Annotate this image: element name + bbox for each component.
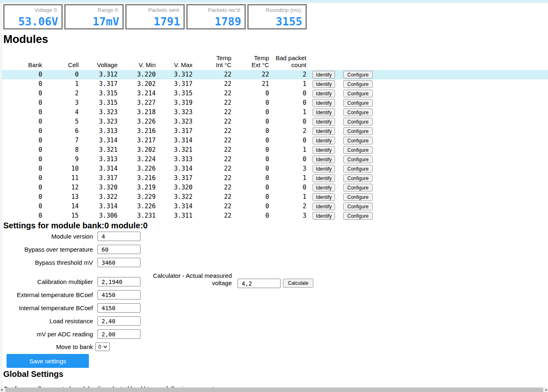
field-input[interactable] [97,245,140,254]
cell-number: 4 [42,108,79,117]
calculator-label: Calculator - Actual measured voltage [147,272,232,287]
column-header-configure [335,54,373,70]
table-row: 0 6 3.313 3.216 3.317 22 0 2 Identify Co… [2,126,548,136]
identify-button[interactable]: Identify [312,193,335,201]
cell-identify: Identify [306,79,335,89]
field-input[interactable] [97,316,140,326]
table-row: 0 10 3.314 3.226 3.314 22 0 3 Identify C… [2,164,548,173]
cell-filler [373,155,548,164]
identify-button[interactable]: Identify [312,137,335,144]
identify-button[interactable]: Identify [312,212,335,220]
cell-vmax: 3.323 [156,117,192,126]
cell-filler [373,164,548,173]
identify-button[interactable]: Identify [312,146,335,154]
identify-button[interactable]: Identify [312,184,335,191]
cell-configure: Configure [335,183,373,192]
table-row: 0 15 3.306 3.231 3.311 22 0 3 Identify C… [2,211,548,221]
cell-temp-ext: 0 [231,136,269,145]
identify-button[interactable]: Identify [312,174,335,182]
identify-button[interactable]: Identify [312,118,335,126]
configure-button[interactable]: Configure [343,127,373,135]
column-header-line2: Voltage [79,61,118,68]
cell-configure: Configure [335,136,373,145]
identify-button[interactable]: Identify [312,165,335,173]
table-row: 0 8 3.321 3.202 3.321 22 0 1 Identify Co… [2,145,548,155]
cell-number: 9 [42,155,79,164]
cell-vmin: 3.226 [118,117,156,126]
stat-box: Voltage 0: 53.06V [3,4,63,29]
configure-button[interactable]: Configure [343,174,373,182]
table-row: 0 2 3.315 3.214 3.315 22 0 0 Identify Co… [2,89,548,98]
cell-voltage: 3.323 [79,108,118,117]
scrollbar-right-arrow-icon[interactable] [543,387,548,392]
cell-temp-int: 22 [192,183,231,192]
cell-temp-ext: 0 [231,192,269,202]
cell-bank: 0 [2,145,42,155]
identify-button[interactable]: Identify [312,99,335,107]
column-header-line2: V. Min [118,61,156,68]
identify-button[interactable]: Identify [312,90,335,97]
cell-number: 14 [42,202,79,211]
identify-button[interactable]: Identify [312,203,335,210]
global-settings-title: Global Settings [3,369,548,379]
configure-button[interactable]: Configure [343,90,373,97]
cell-temp-int: 22 [192,98,231,108]
column-header-line2: Cell [42,61,79,68]
configure-button[interactable]: Configure [343,71,373,79]
configure-button[interactable]: Configure [343,165,373,173]
field-input[interactable] [97,303,140,313]
configure-button[interactable]: Configure [343,146,373,154]
configure-button[interactable]: Configure [343,137,373,144]
cell-temp-ext: 0 [231,173,269,183]
calculate-button[interactable]: Calculate [283,279,313,288]
column-header-line2: Bank [2,61,42,68]
cell-voltage: 3.315 [79,98,118,108]
configure-button[interactable]: Configure [343,118,373,126]
cell-identify: Identify [306,211,335,221]
cell-temp-ext: 0 [231,89,269,98]
calculator-voltage-input[interactable] [238,279,281,288]
configure-button[interactable]: Configure [343,193,373,201]
configure-button[interactable]: Configure [343,80,373,88]
field-input[interactable] [97,290,140,300]
field-input[interactable] [97,329,140,339]
cell-configure: Configure [335,98,373,108]
configure-button[interactable]: Configure [343,184,373,191]
cell-temp-ext: 0 [231,202,269,211]
column-header-line2: count [269,61,306,68]
cell-bad-packets: 2 [269,70,306,79]
move-to-bank-select[interactable]: 0 [95,342,110,351]
column-header: Voltage [79,54,118,70]
scrollbar-left-arrow-icon[interactable] [0,387,5,392]
cell-vmin: 3.214 [118,89,156,98]
configure-button[interactable]: Configure [343,203,373,210]
scrollbar-thumb[interactable] [5,387,543,392]
cell-bad-packets: 2 [269,126,306,136]
cell-voltage: 3.313 [79,155,118,164]
field-input[interactable] [97,277,140,286]
configure-button[interactable]: Configure [343,212,373,220]
cell-configure: Configure [335,192,373,202]
horizontal-scrollbar[interactable] [0,387,548,392]
configure-button[interactable]: Configure [343,108,373,116]
save-settings-button[interactable]: Save settings [7,354,89,368]
cell-number: 5 [42,117,79,126]
stat-value: 1791 [154,16,180,28]
field-input[interactable] [97,232,140,241]
stat-box: Range 0: 17mV [64,4,124,29]
cell-vmax: 3.321 [156,145,192,155]
modules-title: Modules [3,33,548,46]
table-row: 0 0 3.312 3.220 3.312 22 22 2 Identify C… [2,70,548,79]
identify-button[interactable]: Identify [312,108,335,116]
identify-button[interactable]: Identify [312,71,335,79]
field-label: External temperature BCoef [0,291,93,298]
identify-button[interactable]: Identify [312,80,335,88]
cell-filler [373,192,548,202]
configure-button[interactable]: Configure [343,99,373,107]
identify-button[interactable]: Identify [312,155,335,163]
cell-identify: Identify [306,183,335,192]
identify-button[interactable]: Identify [312,127,335,135]
field-input[interactable] [97,258,140,267]
cell-voltage: 3.313 [79,126,118,136]
configure-button[interactable]: Configure [343,155,373,163]
